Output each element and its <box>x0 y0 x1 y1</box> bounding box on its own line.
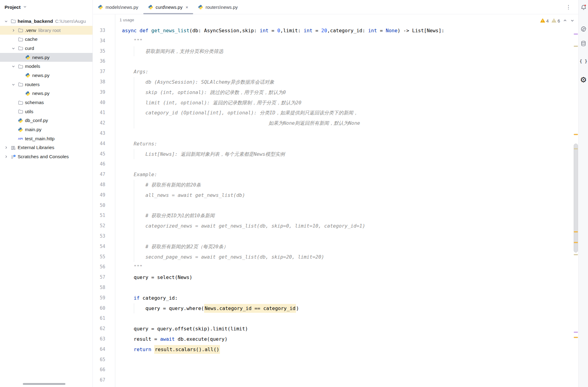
tree-item-schemas[interactable]: schemas <box>0 98 92 107</box>
chevron-collapsed-icon[interactable] <box>10 28 17 33</box>
tree-item-main-py[interactable]: main.py <box>0 125 92 134</box>
code-line-51[interactable]: # 获取分类ID为1的前10条新闻 <box>122 211 444 221</box>
error-stripe-mark-orange[interactable] <box>574 337 578 338</box>
line-number[interactable]: 57 <box>93 272 105 283</box>
code-line-34[interactable]: """ <box>122 36 444 46</box>
tree-item-models[interactable]: models <box>0 62 92 71</box>
code-line-35[interactable]: 获取新闻列表，支持分页和分类筛选 <box>122 46 444 57</box>
line-number[interactable]: 36 <box>93 56 105 67</box>
chevron-expanded-icon[interactable] <box>10 46 17 51</box>
line-number[interactable]: 35 <box>93 46 105 57</box>
code-line-42[interactable]: 如果为None则返回所有新闻，默认为None <box>122 118 444 128</box>
line-number[interactable]: 62 <box>93 324 105 334</box>
json-braces-icon[interactable]: { } <box>579 59 588 64</box>
code-line-53[interactable] <box>122 231 444 242</box>
tree-item-news-py[interactable]: news.py <box>0 53 92 62</box>
code-line-67[interactable] <box>122 375 444 385</box>
notifications-icon[interactable] <box>579 4 588 11</box>
code-line-41[interactable]: category_id (Optional[int], optional): 分… <box>122 108 444 118</box>
code-editor[interactable]: 1 usage 4 6 3334353637383940414243444546… <box>93 14 578 387</box>
tab-curd-news-py[interactable]: curd\news.py× <box>143 0 193 14</box>
code-line-56[interactable]: """ <box>122 262 444 272</box>
next-problem-chevron-down-icon[interactable] <box>570 18 575 24</box>
code-line-33[interactable]: async def get_news_list(db: AsyncSession… <box>122 26 444 36</box>
chevron-down-icon[interactable] <box>23 4 27 10</box>
line-number[interactable]: 63 <box>93 334 105 344</box>
line-number[interactable]: 55 <box>93 252 105 262</box>
tab-routers-news-py[interactable]: routers\news.py <box>193 0 243 14</box>
line-number[interactable]: 47 <box>93 169 105 180</box>
line-number[interactable]: 46 <box>93 159 105 169</box>
error-stripe-mark-purple[interactable] <box>574 33 578 35</box>
error-stripe-mark-purple[interactable] <box>574 332 578 333</box>
code-line-43[interactable] <box>122 128 444 139</box>
tree-item-external-libraries[interactable]: External Libraries <box>0 143 92 152</box>
error-stripe-mark-beige[interactable] <box>574 148 578 149</box>
weak-warnings-item[interactable]: 6 <box>551 18 560 24</box>
line-number[interactable]: 34 <box>93 36 105 46</box>
line-number[interactable]: 66 <box>93 365 105 375</box>
chevron-expanded-icon[interactable] <box>10 82 17 87</box>
database-icon[interactable] <box>579 40 588 47</box>
line-number[interactable]: 56 <box>93 262 105 272</box>
code-line-64[interactable]: return result.scalars().all() <box>122 344 444 355</box>
code-line-68[interactable]: # 获取 <box>122 385 444 387</box>
line-number[interactable]: 50 <box>93 200 105 211</box>
line-number[interactable]: 38 <box>93 77 105 87</box>
line-number[interactable]: 58 <box>93 283 105 293</box>
error-stripe-mark-beige[interactable] <box>574 254 578 255</box>
tree-item-curd[interactable]: curd <box>0 44 92 53</box>
line-number[interactable]: 68 <box>93 385 105 387</box>
chevron-collapsed-icon[interactable] <box>2 145 10 150</box>
code-line-58[interactable] <box>122 283 444 293</box>
code-line-44[interactable]: Returns: <box>122 139 444 149</box>
code-line-54[interactable]: # 获取所有新闻的第2页（每页20条） <box>122 242 444 252</box>
ai-assistant-icon[interactable] <box>579 26 588 32</box>
code-line-55[interactable]: second_page_news = await get_news_list(d… <box>122 252 444 262</box>
tree-item-db-conf-py[interactable]: db_conf.py <box>0 116 92 125</box>
tree-item-news-py[interactable]: news.py <box>0 71 92 80</box>
line-number[interactable]: 40 <box>93 98 105 108</box>
tab-models-news-py[interactable]: models\news.py <box>93 0 143 14</box>
line-number[interactable]: 48 <box>93 180 105 190</box>
gear-icon[interactable]: ⚙ <box>579 76 588 84</box>
line-number[interactable]: 42 <box>93 118 105 128</box>
code-line-36[interactable] <box>122 56 444 67</box>
line-number[interactable]: 59 <box>93 293 105 303</box>
line-number[interactable]: 67 <box>93 375 105 385</box>
code-line-47[interactable]: Example: <box>122 169 444 180</box>
line-number[interactable]: 64 <box>93 344 105 355</box>
line-number[interactable]: 39 <box>93 87 105 98</box>
previous-problem-chevron-up-icon[interactable] <box>563 18 567 24</box>
code-line-40[interactable]: limit (int, optional): 返回的记录数限制，用于分页，默认为… <box>122 98 444 108</box>
code-line-63[interactable]: result = await db.execute(query) <box>122 334 444 344</box>
code-line-45[interactable]: List[News]: 返回新闻对象列表，每个元素都是News模型实例 <box>122 149 444 159</box>
error-stripe-mark-orange[interactable] <box>574 231 578 232</box>
line-number[interactable]: 61 <box>93 313 105 324</box>
line-number[interactable]: 45 <box>93 149 105 159</box>
code-line-39[interactable]: skip (int, optional): 跳过的记录数，用于分页，默认为0 <box>122 87 444 98</box>
line-number[interactable]: 49 <box>93 190 105 200</box>
line-number[interactable]: 33 <box>93 26 105 36</box>
code-line-37[interactable]: Args: <box>122 67 444 77</box>
code-line-62[interactable]: query = query.offset(skip).limit(limit) <box>122 324 444 334</box>
usage-hint[interactable]: 1 usage <box>120 18 134 22</box>
tab-options-kebab-icon[interactable]: ⋮ <box>566 0 571 14</box>
code-line-59[interactable]: if category_id: <box>122 293 444 303</box>
tree-item-scratches-and-consoles[interactable]: Scratches and Consoles <box>0 152 92 161</box>
tree-item-heima-backend[interactable]: heima_backendC:\Users\Augu <box>0 17 92 26</box>
code-line-38[interactable]: db (AsyncSession): SQLAlchemy异步数据库会话对象 <box>122 77 444 87</box>
line-number[interactable]: 51 <box>93 211 105 221</box>
code-line-49[interactable]: all_news = await get_news_list(db) <box>122 190 444 200</box>
error-stripe-mark-orange[interactable] <box>574 242 578 243</box>
line-number[interactable]: 65 <box>93 355 105 365</box>
line-number[interactable]: 54 <box>93 242 105 252</box>
line-number[interactable]: 43 <box>93 128 105 139</box>
inspection-widget[interactable]: 4 6 <box>540 17 575 25</box>
code-line-60[interactable]: query = query.where(News.category_id == … <box>122 303 444 314</box>
code-line-50[interactable] <box>122 200 444 211</box>
line-number[interactable]: 60 <box>93 303 105 314</box>
chevron-collapsed-icon[interactable] <box>2 154 10 159</box>
editor-scrollbar[interactable] <box>574 144 578 253</box>
error-stripe-mark-orange[interactable] <box>574 134 578 135</box>
